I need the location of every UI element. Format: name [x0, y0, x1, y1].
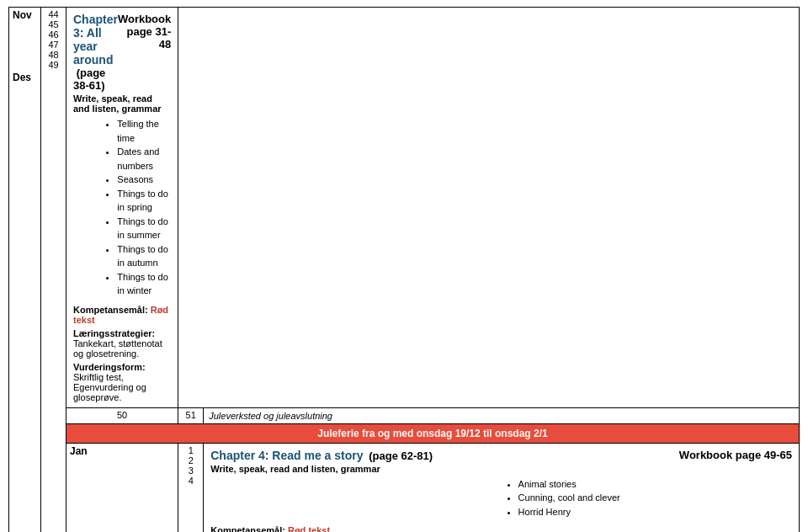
chapter4-kompetanse: Kompetansemål: Rød tekst — [210, 525, 792, 532]
laering-value: Tankekart, støttenotat og glosetrening. — [73, 338, 162, 359]
chapter3-subtitle: Write, speak, read and listen, grammar — [73, 93, 171, 114]
bullet-item-0: Telling the time — [117, 117, 171, 145]
juleverksted-content: Juleverksted og juleavslutning — [204, 407, 800, 423]
chapter4-title: Chapter 4: Read me a story — [210, 449, 363, 462]
chapter4-workbook: Workbook page 49-65 — [679, 449, 792, 461]
chapter3-kompetanse: Kompetansemål: Rød tekst — [73, 305, 171, 325]
juleferie-text: Juleferie fra og med onsdag 19/12 til on… — [317, 428, 547, 439]
bullet-item-1: Dates and numbers — [117, 145, 171, 173]
bullet-item-2: Seasons — [117, 173, 171, 187]
chapter4-main-row: Jan 1 2 3 4 Chapter 4: Read me a story (… — [9, 443, 800, 532]
chapter3-bullet-list: Telling the time Dates and numbers Seaso… — [117, 117, 171, 298]
chapter3-vurdering: Vurderingsform: Skriftlig test, Egenvurd… — [73, 362, 171, 402]
chapter3-laering: Læringsstrategier: Tankekart, støttenota… — [73, 328, 171, 359]
vurdering-label: Vurderingsform: — [73, 362, 146, 372]
bullet-item-6: Things to do in winter — [117, 270, 171, 298]
week-51: 51 — [178, 407, 204, 423]
month-des: Des — [13, 72, 37, 83]
bullet-item-4: Things to do in summer — [117, 215, 171, 242]
juleverksted-row: 50 51 Juleverksted og juleavslutning — [9, 407, 800, 423]
chapter4-content: Chapter 4: Read me a story (page 62-81) … — [204, 443, 800, 532]
chapter3-content: Chapter 3: All year around (page 38-61) … — [66, 8, 178, 408]
chapter3-title-block: Chapter 3: All year around (page 38-61) — [73, 13, 118, 92]
chapter3-main-row: Nov Des 44 45 46 47 48 49 Chapter 3: A — [9, 8, 800, 408]
chapter4-title-block: Chapter 4: Read me a story (page 62-81) — [210, 449, 433, 462]
ch4-bullet-item-0: Animal stories — [518, 477, 620, 492]
month-nov: Nov — [13, 9, 37, 21]
kompetanse-label: Kompetansemål: — [73, 305, 148, 315]
vurdering-value: Skriftlig test, Egenvurdering og glosepr… — [73, 372, 146, 402]
chapter3-bullet-block: Telling the time Dates and numbers Seaso… — [73, 117, 171, 298]
ch4-bullet-item-1: Cunning, cool and clever — [518, 491, 620, 505]
chapter3-bullet-spacer — [73, 117, 100, 298]
chapter3-page-range: (page 38-61) — [73, 66, 105, 92]
ch4-kompetanse-label: Kompetansemål: — [210, 525, 285, 532]
ch4-kompetanse-value: Rød tekst — [288, 525, 330, 532]
juleferie-content: Juleferie fra og med onsdag 19/12 til on… — [66, 423, 800, 443]
weeks-1-4: 1 2 3 4 — [178, 443, 204, 532]
chapter4-bullet-spacer — [210, 477, 501, 519]
juleverksted-text: Juleverksted og juleavslutning — [209, 411, 332, 421]
ch4-bullet-item-2: Horrid Henry — [518, 505, 620, 519]
laering-label: Læringsstrategier: — [73, 328, 155, 338]
bullet-item-5: Things to do in autumn — [117, 242, 171, 270]
chapter4-header-row: Chapter 4: Read me a story (page 62-81) … — [210, 449, 792, 462]
chapter3-workbook: Workbook page 31-48 — [118, 13, 171, 51]
chapter4-subtitle: Write, speak, read and listen, grammar — [210, 464, 792, 474]
month-nov-des: Nov Des — [9, 8, 41, 533]
chapter4-bullet-list: Animal stories Cunning, cool and clever … — [518, 477, 620, 519]
week-50: 50 — [66, 407, 178, 423]
chapter3-title: Chapter 3: All year around — [73, 13, 118, 66]
main-table: Nov Des 44 45 46 47 48 49 Chapter 3: A — [8, 7, 800, 532]
chapter4-bullet-block: Animal stories Cunning, cool and clever … — [210, 477, 792, 519]
month-jan: Jan — [66, 443, 178, 532]
weeks-44-49: 44 45 46 47 48 49 — [41, 8, 66, 533]
chapter4-page-range: (page 62-81) — [366, 450, 433, 462]
page-wrapper: Nov Des 44 45 46 47 48 49 Chapter 3: A — [0, 0, 808, 532]
bullet-item-3: Things to do in spring — [117, 187, 171, 215]
juleferie-row: Juleferie fra og med onsdag 19/12 til on… — [9, 423, 800, 443]
chapter3-header-row: Chapter 3: All year around (page 38-61) … — [73, 13, 171, 92]
